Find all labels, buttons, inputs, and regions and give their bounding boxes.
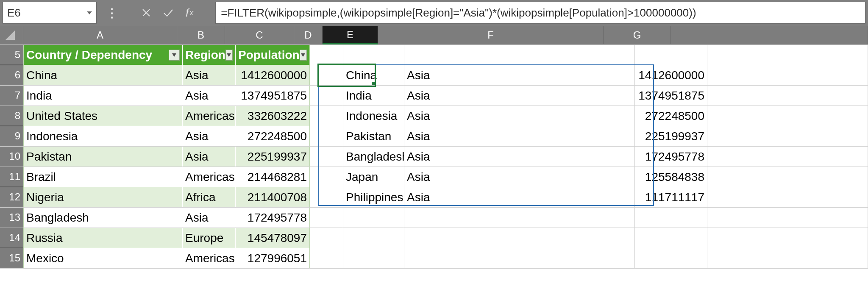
cell-spill-population[interactable] xyxy=(635,228,707,248)
cell-country[interactable]: United States xyxy=(23,106,183,126)
filter-dropdown-icon[interactable] xyxy=(225,50,233,61)
cell[interactable] xyxy=(404,45,635,65)
cell-region[interactable]: Asia xyxy=(183,65,236,85)
cell-spill-country[interactable]: China xyxy=(343,65,404,85)
table-header-region[interactable]: Region xyxy=(183,45,236,65)
col-head-A[interactable]: A xyxy=(23,26,177,44)
col-head-blank[interactable] xyxy=(671,26,868,44)
cell-region[interactable]: Americas xyxy=(183,167,236,187)
cancel-icon[interactable] xyxy=(142,8,151,17)
cell-spill-country[interactable]: Pakistan xyxy=(343,126,404,146)
filter-dropdown-icon[interactable] xyxy=(169,50,180,61)
row-head-5[interactable]: 5 xyxy=(0,45,23,65)
cell-spill-region[interactable]: Asia xyxy=(404,126,635,146)
cell[interactable] xyxy=(310,187,343,207)
cell[interactable] xyxy=(707,106,868,126)
cell[interactable] xyxy=(707,248,868,268)
cell-region[interactable]: Americas xyxy=(183,106,236,126)
cell-spill-country[interactable] xyxy=(343,208,404,228)
cell-spill-population[interactable]: 272248500 xyxy=(635,106,707,126)
cell[interactable] xyxy=(635,45,707,65)
cell-country[interactable]: Nigeria xyxy=(23,187,183,207)
cell-country[interactable]: Mexico xyxy=(23,248,183,268)
col-head-G[interactable]: G xyxy=(604,26,671,44)
row-head[interactable]: 9 xyxy=(0,126,23,146)
row-head[interactable]: 13 xyxy=(0,208,23,228)
cell-country[interactable]: Bangladesh xyxy=(23,208,183,228)
cell-population[interactable]: 1374951875 xyxy=(236,86,310,106)
cell-region[interactable]: Africa xyxy=(183,187,236,207)
cell[interactable] xyxy=(310,45,343,65)
cell-population[interactable]: 127996051 xyxy=(236,248,310,268)
cell-spill-region[interactable]: Asia xyxy=(404,187,635,207)
name-box[interactable]: E6 xyxy=(3,2,97,24)
cell-country[interactable]: Russia xyxy=(23,228,183,248)
chevron-down-icon[interactable] xyxy=(87,11,92,14)
cell[interactable] xyxy=(707,208,868,228)
cell[interactable] xyxy=(707,187,868,207)
cell-spill-region[interactable] xyxy=(404,228,635,248)
cell-spill-country[interactable] xyxy=(343,248,404,268)
cell-spill-country[interactable]: India xyxy=(343,86,404,106)
cell-spill-population[interactable]: 111711117 xyxy=(635,187,707,207)
col-head-B[interactable]: B xyxy=(177,26,225,44)
spreadsheet-grid[interactable]: A B C D E F G 5 Country / Dependency Reg… xyxy=(0,26,868,286)
cell-spill-country[interactable]: Japan xyxy=(343,167,404,187)
more-icon[interactable]: ⋮ xyxy=(106,6,117,20)
cell[interactable] xyxy=(310,208,343,228)
cell[interactable] xyxy=(343,45,404,65)
cell[interactable] xyxy=(310,167,343,187)
cell-spill-region[interactable] xyxy=(404,248,635,268)
select-all-triangle[interactable] xyxy=(0,26,23,44)
row-head[interactable]: 14 xyxy=(0,228,23,248)
cell-region[interactable]: Europe xyxy=(183,228,236,248)
filter-dropdown-icon[interactable] xyxy=(300,50,307,61)
cell-spill-region[interactable] xyxy=(404,208,635,228)
cell[interactable] xyxy=(707,147,868,167)
col-head-F[interactable]: F xyxy=(378,26,604,44)
cell-population[interactable]: 332603222 xyxy=(236,106,310,126)
cell[interactable] xyxy=(310,248,343,268)
cell[interactable] xyxy=(707,228,868,248)
cell-region[interactable]: Asia xyxy=(183,86,236,106)
cell-region[interactable]: Asia xyxy=(183,147,236,167)
cell-spill-population[interactable]: 225199937 xyxy=(635,126,707,146)
col-head-D[interactable]: D xyxy=(294,26,323,44)
cell-spill-population[interactable] xyxy=(635,248,707,268)
cell-population[interactable]: 272248500 xyxy=(236,126,310,146)
fx-icon[interactable]: fx xyxy=(186,6,193,19)
cell-spill-population[interactable]: 1374951875 xyxy=(635,86,707,106)
cell-spill-country[interactable] xyxy=(343,228,404,248)
cell-population[interactable]: 211400708 xyxy=(236,187,310,207)
cell[interactable] xyxy=(310,106,343,126)
cell-region[interactable]: Asia xyxy=(183,208,236,228)
cell-region[interactable]: Asia xyxy=(183,126,236,146)
row-head[interactable]: 8 xyxy=(0,106,23,126)
enter-icon[interactable] xyxy=(163,8,174,17)
cell-country[interactable]: China xyxy=(23,65,183,85)
row-head[interactable]: 10 xyxy=(0,147,23,167)
row-head[interactable]: 7 xyxy=(0,86,23,106)
col-head-C[interactable]: C xyxy=(225,26,294,44)
cell-spill-population[interactable]: 125584838 xyxy=(635,167,707,187)
formula-input[interactable]: =FILTER(wikipopsimple,(wikipopsimple[Reg… xyxy=(215,2,865,24)
cell[interactable] xyxy=(310,228,343,248)
row-head[interactable]: 12 xyxy=(0,187,23,207)
table-header-population[interactable]: Population xyxy=(236,45,310,65)
cell-spill-population[interactable] xyxy=(635,208,707,228)
cell-spill-region[interactable]: Asia xyxy=(404,106,635,126)
cell-population[interactable]: 214468281 xyxy=(236,167,310,187)
cell-spill-country[interactable]: Bangladesh xyxy=(343,147,404,167)
cell-country[interactable]: Brazil xyxy=(23,167,183,187)
table-header-country[interactable]: Country / Dependency xyxy=(23,45,183,65)
cell-spill-region[interactable]: Asia xyxy=(404,86,635,106)
cell-spill-population[interactable]: 172495778 xyxy=(635,147,707,167)
cell[interactable] xyxy=(707,65,868,85)
cell[interactable] xyxy=(707,86,868,106)
row-head[interactable]: 6 xyxy=(0,65,23,85)
row-head[interactable]: 15 xyxy=(0,248,23,268)
cell-spill-population[interactable]: 1412600000 xyxy=(635,65,707,85)
cell[interactable] xyxy=(707,167,868,187)
cell-spill-region[interactable]: Asia xyxy=(404,65,635,85)
cell-country[interactable]: Pakistan xyxy=(23,147,183,167)
